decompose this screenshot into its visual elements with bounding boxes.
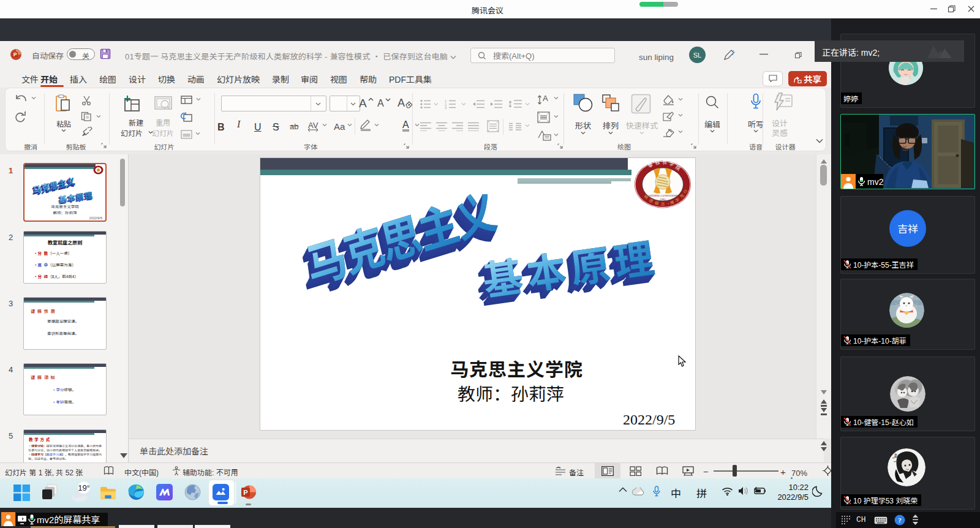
svg-text:P: P	[13, 51, 17, 58]
svg-text:A: A	[359, 97, 367, 109]
svg-text:?: ?	[898, 516, 902, 524]
svg-text:花: 花	[663, 159, 668, 165]
svg-text:3: 3	[445, 106, 447, 109]
svg-text:P: P	[243, 489, 247, 496]
svg-text:19°: 19°	[78, 483, 90, 492]
svg-text:A: A	[543, 94, 548, 103]
svg-text:あ: あ	[894, 452, 898, 458]
svg-text:A: A	[398, 97, 405, 109]
svg-text:A: A	[377, 98, 384, 108]
